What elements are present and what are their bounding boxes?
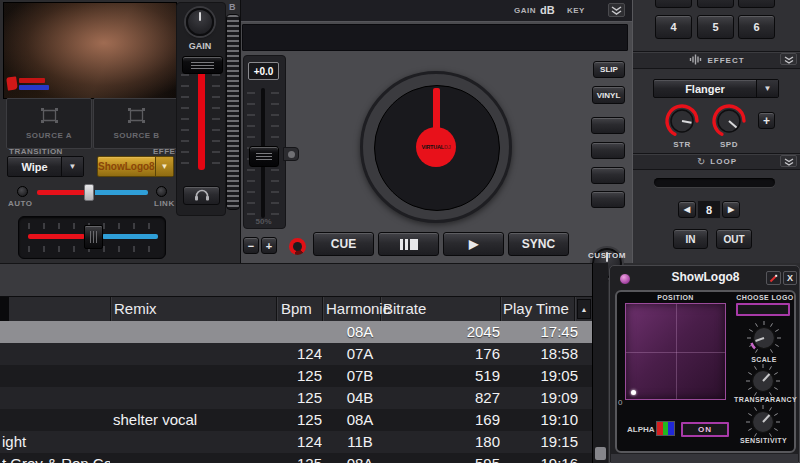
effect-spd-knob[interactable] xyxy=(711,103,747,139)
vinyl-button[interactable]: VINYL xyxy=(592,86,625,104)
stutter-button[interactable] xyxy=(378,232,439,256)
effect-spd-label: SPD xyxy=(711,140,747,149)
auto-label: AUTO xyxy=(8,199,33,208)
transparency-label: TRANSPARANCY xyxy=(734,396,794,403)
cell-harmonic: 08A xyxy=(326,409,394,431)
effect-str-knob[interactable] xyxy=(664,103,700,139)
gain-knob[interactable] xyxy=(186,8,214,36)
record-indicator[interactable] xyxy=(289,238,306,255)
cell-bpm: 125 xyxy=(256,365,322,387)
cell-harmonic: 07A xyxy=(326,343,394,365)
table-row[interactable]: 08A204517:45 xyxy=(0,321,592,343)
transition-slider-handle[interactable] xyxy=(84,184,94,201)
add-effect-button[interactable]: + xyxy=(758,112,775,129)
cell-title: t Grey & Ron Costa xyxy=(2,453,110,463)
pitch-minus-button[interactable]: − xyxy=(243,237,259,254)
browser-header-row: Remix Bpm Harmonic Bitrate Play Time ▲ xyxy=(0,296,592,322)
scale-knob[interactable] xyxy=(746,320,782,356)
pad-blank-2[interactable] xyxy=(591,142,625,159)
pad-2[interactable] xyxy=(697,0,734,8)
sync-button[interactable]: SYNC xyxy=(508,232,569,256)
position-xy-pad[interactable] xyxy=(625,303,726,400)
virtualdj-window: SOURCE A SOURCE B TRANSITION EFFECT Wipe… xyxy=(0,0,800,463)
table-row[interactable]: t Grey & Ron Costa12508A59519:16 xyxy=(0,453,592,463)
cell-remix xyxy=(113,321,261,343)
pad-blank-3[interactable] xyxy=(591,167,625,184)
table-row[interactable]: 12407A17618:58 xyxy=(0,343,592,365)
sort-asc-icon: ▲ xyxy=(581,306,588,313)
brand-virtual: VIRTUAL xyxy=(421,144,443,150)
cell-harmonic: 08A xyxy=(326,321,394,343)
scrollbar-thumb[interactable] xyxy=(595,447,606,460)
info-collapse-button[interactable] xyxy=(608,3,625,17)
effect-collapse-button[interactable] xyxy=(780,53,797,65)
plugin-close-button[interactable]: X xyxy=(783,271,797,285)
step-prev-icon: ◀ xyxy=(684,205,690,214)
cell-remix xyxy=(113,431,261,453)
loop-in-button[interactable]: IN xyxy=(673,229,708,249)
headphone-cue-button[interactable] xyxy=(183,186,220,205)
cell-bpm xyxy=(256,321,322,343)
loop-collapse-button[interactable] xyxy=(780,155,797,167)
link-radio[interactable] xyxy=(156,186,167,197)
close-icon: X xyxy=(787,273,793,283)
effect-select[interactable]: Flanger ▼ xyxy=(653,79,779,98)
video-effect-select[interactable]: ShowLogo8 ▼ xyxy=(97,156,174,177)
column-harmonic[interactable]: Harmonic xyxy=(326,297,390,321)
pad-1[interactable] xyxy=(655,0,692,8)
table-row[interactable]: ight12411B18019:15 xyxy=(0,431,592,453)
alpha-color-swatch[interactable] xyxy=(656,421,675,436)
play-button[interactable]: ▶ xyxy=(443,232,504,256)
jog-wheel[interactable]: VIRTUALDJ xyxy=(360,71,512,223)
column-bitrate[interactable]: Bitrate xyxy=(383,297,426,321)
pad-6[interactable]: 6 xyxy=(738,15,775,39)
loop-double-button[interactable]: ▶ xyxy=(722,201,740,218)
column-playtime[interactable]: Play Time xyxy=(503,297,569,321)
table-row[interactable]: 12507B51919:05 xyxy=(0,365,592,387)
cell-time: 17:45 xyxy=(503,321,578,343)
table-row[interactable]: 12504B82719:09 xyxy=(0,387,592,409)
transition-select[interactable]: Wipe ▼ xyxy=(7,156,84,177)
info-key-label: KEY xyxy=(567,6,585,15)
pad-blank-4[interactable] xyxy=(591,191,625,208)
column-bpm[interactable]: Bpm xyxy=(281,297,312,321)
alpha-on-button[interactable]: ON xyxy=(681,422,729,437)
pad-3[interactable] xyxy=(738,0,775,8)
auto-radio[interactable] xyxy=(17,186,28,197)
position-marker[interactable] xyxy=(631,390,636,395)
cell-bpm: 124 xyxy=(256,343,322,365)
gain-fader-handle[interactable] xyxy=(182,56,223,74)
pad-5[interactable]: 5 xyxy=(697,15,734,39)
crossfader-handle[interactable] xyxy=(84,225,103,249)
loop-half-button[interactable]: ◀ xyxy=(678,201,696,218)
pad-blank-1[interactable] xyxy=(591,117,625,134)
sensitivity-knob[interactable] xyxy=(745,404,781,440)
cue-button[interactable]: CUE xyxy=(313,232,374,256)
position-label: POSITION xyxy=(625,294,726,301)
cell-bitrate: 180 xyxy=(426,431,500,453)
pitch-reset-tab[interactable] xyxy=(283,147,299,161)
choose-logo-box[interactable] xyxy=(736,303,790,316)
cell-remix: shelter vocal xyxy=(113,409,261,431)
plugin-footer-strip xyxy=(611,454,798,463)
double-chevron-down-icon xyxy=(784,152,794,170)
plugin-edit-button[interactable] xyxy=(766,271,781,285)
table-row[interactable]: shelter vocal12508A16919:10 xyxy=(0,409,592,431)
loop-position-bar[interactable] xyxy=(654,178,775,187)
cell-bitrate: 176 xyxy=(426,343,500,365)
pitch-plus-button[interactable]: + xyxy=(261,237,277,254)
cell-remix xyxy=(113,365,261,387)
loop-out-button[interactable]: OUT xyxy=(716,229,752,249)
column-remix[interactable]: Remix xyxy=(114,297,157,321)
double-chevron-down-icon xyxy=(611,1,622,19)
video-source-a[interactable]: SOURCE A xyxy=(6,98,92,149)
sort-order-button[interactable]: ▲ xyxy=(577,299,591,319)
pitch-slider-handle[interactable] xyxy=(249,146,279,167)
effect-str-label: STR xyxy=(664,140,700,149)
browser-scrollbar[interactable] xyxy=(592,263,608,463)
pad-4[interactable]: 4 xyxy=(655,15,692,39)
transparency-knob[interactable] xyxy=(745,363,781,399)
video-source-b[interactable]: SOURCE B xyxy=(93,98,180,149)
scratch-strip[interactable] xyxy=(226,14,240,210)
slip-button[interactable]: SLIP xyxy=(593,61,625,78)
